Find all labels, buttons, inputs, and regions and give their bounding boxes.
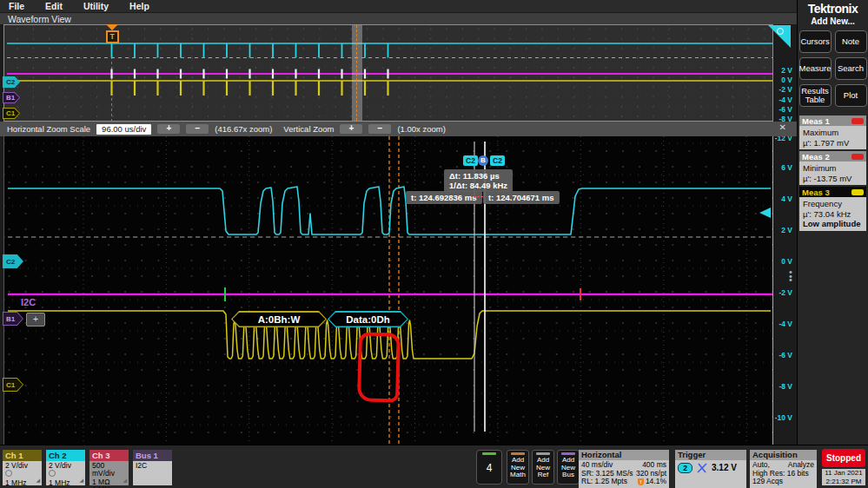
position-shield-icon: ! (638, 478, 644, 485)
meas-2-card[interactable]: Meas 2Minimumµ': -13.75 mV (799, 151, 866, 185)
channel-setting: I2C (136, 462, 169, 470)
add-button-color-bar (561, 452, 575, 455)
cursor-link-dashes (474, 196, 483, 197)
channel-badge-bus-1[interactable]: Bus 1I2C (133, 450, 172, 485)
menu-item-help[interactable]: Help (129, 0, 149, 12)
search-button[interactable]: Search (835, 57, 867, 80)
meas-3-card[interactable]: Meas 3Frequencyµ': 73.04 kHzLow amplitud… (799, 187, 866, 231)
zoom-toolbar-close-icon[interactable]: ✕ (779, 122, 786, 132)
expand-corner-icon: ◢ (123, 477, 127, 485)
channel-header: Bus 1 (133, 450, 172, 461)
menu-item-file[interactable]: File (9, 0, 24, 12)
add-new-bus-button[interactable]: AddNewBus (557, 450, 580, 485)
menu-item-edit[interactable]: Edit (45, 0, 63, 12)
expand-corner-icon: ◢ (79, 477, 83, 485)
trigger-position-marker[interactable]: T (105, 24, 119, 43)
stopped-status-badge[interactable]: Stopped (822, 449, 865, 467)
channel-setting: 1 MHz (49, 479, 83, 487)
magnifier-icon (777, 28, 784, 35)
cursor-a-time-readout: t: 124.692836 ms (406, 191, 482, 204)
channel-badge-ch-3[interactable]: Ch 3500 mV/div1 MΩ1 MHz◢ (89, 450, 129, 485)
vzoom-plus-button[interactable]: + (340, 124, 362, 134)
bus-protocol-label: I2C (21, 297, 36, 307)
channel-badge-ch-2[interactable]: Ch 22 V/div1 MHz◢ (46, 450, 85, 485)
vzoom-minus-button[interactable]: − (368, 124, 391, 134)
channel-setting: 2 V/div (5, 462, 39, 470)
channel-header: Ch 2 (46, 450, 85, 461)
sidebar-buttons: CursorsNoteMeasureSearchResults TablePlo… (798, 30, 868, 107)
main-volt-tick: 4 V (772, 195, 792, 203)
note-button[interactable]: Note (835, 30, 867, 53)
trigger-source-badge: 2 (678, 463, 692, 473)
splitter-handle[interactable]: ••• (787, 270, 794, 282)
measure-button[interactable]: Measure (799, 57, 832, 80)
main-volt-tick: 0 V (772, 257, 792, 266)
meas-header: Meas 2 (799, 151, 866, 162)
measurement-list: Meas 1Maximumµ': 1.797 mVMeas 2Minimumµ'… (798, 115, 868, 231)
main-volt-tick: -2 V (772, 288, 792, 297)
trigger-panel[interactable]: Trigger 2 3.12 V (675, 450, 746, 488)
add-button-label-line: Bus (558, 472, 579, 479)
zoom-window-marker[interactable] (352, 25, 362, 121)
results-table-button[interactable]: Results Table (799, 84, 832, 107)
meas-value: µ': 73.04 kHz (803, 209, 863, 220)
cursor-source-badge-right[interactable]: C2 (490, 155, 505, 166)
horizontal-value-right: !14.1% (638, 478, 666, 486)
horizontal-value-left: RL: 1.25 Mpts (581, 478, 627, 486)
meas-1-card[interactable]: Meas 1Maximumµ': 1.797 mV (799, 115, 866, 149)
trigger-level-arrow-icon[interactable] (759, 208, 771, 218)
bottom-settings-bar: Ch 12 V/div1 MHz◢Ch 22 V/div1 MHz◢Ch 350… (0, 445, 868, 488)
horizontal-panel[interactable]: Horizontal 40 ms/div400 msSR: 3.125 MS/s… (579, 450, 669, 488)
main-volt-tick: 2 V (772, 226, 792, 234)
cursors-button[interactable]: Cursors (799, 30, 832, 53)
add-new-ref-button[interactable]: AddNewRef (532, 450, 554, 485)
overview-channel2-badge-label: C2 (3, 77, 19, 87)
cursor-dt-value: Δt: 11.836 µs (449, 171, 507, 181)
trigger-edge-icon (696, 463, 708, 473)
horizontal-zoom-scale-input[interactable]: 96.00 us/div (96, 124, 151, 135)
add-button-color-bar (511, 452, 525, 455)
meas-value: µ': 1.797 mV (803, 138, 863, 148)
probe-icon-glyph (5, 470, 12, 477)
tektronix-logo: Tektronix (798, 2, 868, 16)
acquisition-panel[interactable]: Acquisition Auto,AnalyzeHigh Res: 16 bit… (750, 450, 817, 488)
add-button-label-line: Ref (533, 472, 553, 479)
view-tab-bar[interactable]: Waveform View (0, 12, 797, 24)
meas-body: Minimumµ': -13.75 mV (799, 162, 866, 185)
main-volt-tick: -6 V (772, 351, 792, 359)
hzoom-minus-button[interactable]: − (186, 124, 209, 134)
bus-move-handle[interactable]: + (26, 313, 45, 326)
cursor-b-time-readout: t: 124.704671 ms (483, 191, 560, 204)
channel-header: Ch 1 (3, 450, 42, 461)
plot-button[interactable]: Plot (835, 84, 867, 107)
channel-badge-ch-1[interactable]: Ch 12 V/div1 MHz◢ (3, 450, 42, 485)
hzoom-plus-button[interactable]: + (157, 124, 180, 134)
trigger-arrow-icon (106, 24, 118, 30)
cursor-inv-dt-value: 1/Δt: 84.49 kHz (449, 181, 507, 190)
time-value: 2:21:32 PM (822, 478, 865, 486)
i2c-address-decode-box[interactable]: A:0Bh:W (231, 311, 327, 327)
meas-name: Meas 3 (802, 188, 830, 197)
horizontal-zoom-scale-label: Horizontal Zoom Scale (7, 124, 90, 134)
main-volt-tick: -4 V (772, 320, 792, 328)
meas-header: Meas 3 (799, 187, 866, 197)
meas-state-badge (851, 118, 864, 124)
channel-setting: 1 MHz (5, 479, 39, 487)
cursor-bus-badge[interactable]: B (478, 155, 488, 166)
meas-type: Frequency (803, 199, 863, 209)
probe-icon-glyph (49, 470, 56, 477)
overview-zoom-corner-icon[interactable] (768, 25, 791, 48)
meas-name: Meas 2 (802, 152, 830, 162)
channel-4-button[interactable]: 4 (476, 450, 502, 485)
horizontal-row: RL: 1.25 Mpts!14.1% (581, 478, 666, 486)
hzoom-factor-label: (416.67x zoom) (215, 124, 272, 134)
channel-header: Ch 3 (89, 450, 129, 461)
i2c-data-decode-box[interactable]: Data:0Dh (328, 311, 408, 327)
main-volt-tick: -8 V (772, 382, 792, 391)
overview-volt-tick: 2 V (772, 66, 792, 75)
add-new-math-button[interactable]: AddNewMath (507, 450, 529, 485)
date-value: 11 Jan 2021 (822, 469, 865, 478)
i2c-data-text: Data:0Dh (329, 313, 407, 326)
cursor-source-badge-left[interactable]: C2 (463, 155, 478, 166)
menu-item-utility[interactable]: Utility (83, 0, 109, 12)
